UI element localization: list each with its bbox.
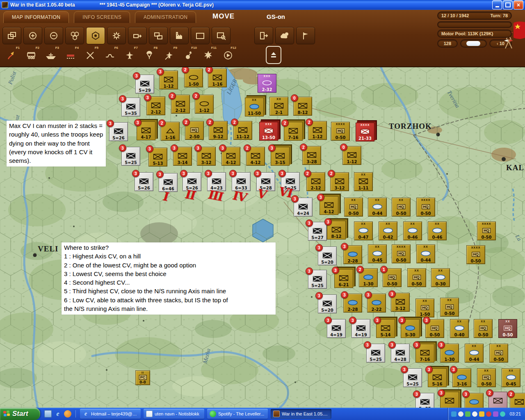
tray-messenger-icon[interactable]: [451, 411, 457, 417]
media-player-icon[interactable]: [64, 410, 71, 418]
unit-counter[interactable]: XX1-11: [354, 172, 373, 191]
start-button[interactable]: Start: [0, 408, 40, 420]
tab-info-screens[interactable]: INFO SCREENS: [74, 11, 130, 23]
unit-counter[interactable]: XXX13-50: [259, 122, 278, 141]
taskbar-window-ie[interactable]: eHotmail – terje439@h...: [80, 409, 141, 419]
unit-counter[interactable]: 22-12: [306, 172, 325, 191]
unit-counter[interactable]: 32-28: [343, 294, 362, 313]
unit-counter[interactable]: XX0-45: [368, 244, 387, 263]
unit-counter[interactable]: 32-12: [146, 96, 165, 115]
eject-button[interactable]: [266, 46, 281, 64]
unit-counter[interactable]: XXXXHQ0-50: [416, 198, 435, 217]
tray-scheduler-icon[interactable]: [500, 411, 505, 417]
unit-counter[interactable]: 27-16: [284, 122, 303, 141]
unit-counter[interactable]: XX0-44: [465, 344, 484, 363]
unit-counter[interactable]: XXHQ1-50: [415, 299, 434, 317]
unit-counter[interactable]: 21-50: [184, 68, 203, 87]
weather-button[interactable]: [275, 27, 294, 44]
unit-counter[interactable]: 29-12: [209, 121, 228, 140]
unit-counter[interactable]: 2HQ2-50: [185, 121, 204, 140]
stack-toggle-button[interactable]: [2, 27, 21, 44]
unit-counter[interactable]: 23-12: [330, 172, 349, 191]
fkey-rail-transport[interactable]: F2: [22, 46, 40, 65]
unit-counter[interactable]: XX0-45: [502, 368, 520, 387]
zoom-in-button[interactable]: [23, 27, 42, 44]
fkey-move-mode[interactable]: F1: [2, 46, 21, 65]
unit-group-button[interactable]: [149, 27, 168, 44]
unit-counter[interactable]: 22-12: [171, 95, 190, 114]
unit-counter[interactable]: XX0-40: [450, 319, 469, 338]
unit-counter[interactable]: XXHQ0-50: [498, 319, 517, 338]
unit-counter[interactable]: XXX2-32: [258, 74, 276, 93]
unit-counter[interactable]: 21-12: [195, 95, 214, 114]
unit-counter[interactable]: XXXXHQ0-50: [392, 244, 411, 263]
taskbar-window-notepad[interactable]: uten navn - Notisblokk: [144, 409, 204, 419]
unit-jump-button[interactable]: [128, 27, 147, 44]
unit-counter[interactable]: XX0-46: [403, 221, 422, 240]
factory-locations-button[interactable]: [170, 27, 189, 44]
show-desktop-icon[interactable]: [44, 410, 52, 418]
unit-counter[interactable]: 01-12: [342, 146, 361, 165]
unit-counter[interactable]: XX0-44: [416, 244, 435, 263]
close-button[interactable]: ×: [514, 0, 523, 9]
unit-counter[interactable]: 33-12: [197, 147, 216, 166]
unit-counter[interactable]: 35-14: [376, 319, 395, 338]
unit-counter[interactable]: IIPC0-0: [135, 370, 150, 385]
unit-counter[interactable]: 35=25: [121, 147, 140, 166]
unit-counter[interactable]: 38-12: [327, 221, 346, 240]
unit-counter[interactable]: 36=33: [232, 172, 251, 191]
unit-counter[interactable]: 35-13: [148, 148, 167, 167]
unit-counter[interactable]: 34-12: [320, 196, 338, 215]
unit-counter[interactable]: XXXXHQ0-50: [477, 221, 496, 240]
unit-counter[interactable]: 34-12: [221, 147, 240, 166]
tab-map-information[interactable]: MAP INFORMATION: [3, 11, 69, 23]
fkey-amphibious[interactable]: F4: [62, 46, 80, 65]
unit-counter[interactable]: XX0-44: [368, 198, 387, 217]
unit-counter[interactable]: 35-30: [401, 319, 420, 338]
tray-nvidia-icon[interactable]: [465, 411, 470, 417]
fkey-auto-resolve[interactable]: F12: [219, 46, 237, 65]
tray-usb-icon[interactable]: [493, 411, 498, 417]
unit-counter[interactable]: XXXX21-33: [356, 123, 374, 142]
unit-counter[interactable]: XX0-30: [431, 268, 450, 287]
inspect-region-button[interactable]: [212, 27, 231, 44]
unit-counter[interactable]: 33-12: [391, 293, 410, 312]
menu-gs-toggle[interactable]: GS-on: [267, 13, 285, 20]
unit-counter[interactable]: 24-12: [246, 147, 265, 166]
unit-counter[interactable]: 33-16: [452, 368, 471, 387]
unit-counter[interactable]: 34=19: [327, 319, 346, 338]
unit-counter[interactable]: 23-28: [302, 146, 321, 165]
unit-counter[interactable]: 34=19: [352, 319, 370, 338]
fkey-air-mission[interactable]: F7: [121, 46, 139, 65]
fkey-naval-transport[interactable]: F3: [42, 46, 60, 65]
maximize-button[interactable]: [503, 0, 513, 9]
unit-counter[interactable]: 31-30: [440, 344, 459, 363]
unit-counter[interactable]: XXHQ0-50: [407, 268, 426, 287]
unit-counter[interactable]: 21-30: [359, 268, 378, 287]
unit-counter[interactable]: XX0-46: [428, 221, 447, 240]
unit-counter[interactable]: 32-28: [343, 245, 362, 264]
unit-counter[interactable]: 34=24: [294, 198, 313, 217]
unit-counter[interactable]: 35=29: [135, 75, 154, 94]
objective-flag-button[interactable]: [296, 27, 315, 44]
hex-select-button[interactable]: [86, 27, 105, 44]
minimize-button[interactable]: [492, 0, 502, 9]
unit-counter[interactable]: 21-12: [308, 121, 327, 140]
hex-grid-toggle-button[interactable]: [65, 27, 84, 44]
unit-counter[interactable]: XX0-42: [379, 221, 397, 240]
unit-counter[interactable]: XXXXHQ0-50: [331, 122, 350, 141]
fkey-entrench[interactable]: F6: [101, 46, 119, 65]
unit-counter[interactable]: 35=27: [308, 222, 327, 241]
unit-counter[interactable]: XX11-50: [245, 98, 264, 116]
unit-counter[interactable]: XXHQ0-50: [489, 344, 508, 363]
unit-counter[interactable]: 31-12: [159, 71, 178, 89]
fkey-bombing[interactable]: F10: [180, 46, 198, 65]
unit-counter[interactable]: XXHQ0-50: [344, 198, 363, 217]
end-turn-exit-button[interactable]: [254, 27, 273, 44]
fkey-air-combat[interactable]: F9: [160, 46, 178, 65]
tray-network-icon[interactable]: [458, 411, 463, 417]
unit-counter[interactable]: 35=26: [135, 172, 153, 191]
unit-counter[interactable]: 34-17: [137, 121, 155, 140]
unit-counter[interactable]: 211-12: [233, 121, 252, 140]
tray-updates-icon[interactable]: [486, 411, 491, 417]
